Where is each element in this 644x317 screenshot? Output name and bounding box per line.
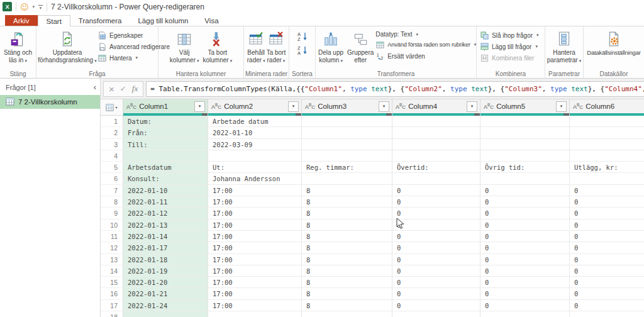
grid-cell[interactable]: [123, 311, 208, 317]
column-header-column6[interactable]: ABCColumn6▾: [570, 99, 644, 116]
grid-cell[interactable]: [570, 311, 644, 317]
row-number[interactable]: 10: [101, 220, 123, 231]
filter-dropdown-icon[interactable]: ▾: [288, 101, 299, 112]
grid-cell[interactable]: 8: [302, 231, 392, 242]
split-column-button[interactable]: Dela upp kolumn▾: [316, 28, 345, 68]
row-number[interactable]: 18: [101, 311, 123, 317]
row-number[interactable]: 17: [101, 300, 123, 311]
grid-cell[interactable]: [208, 311, 302, 317]
query-list-item[interactable]: 7 2-Villkorskolumn: [0, 95, 100, 109]
row-number[interactable]: 3: [101, 139, 123, 150]
grid-cell[interactable]: [392, 311, 480, 317]
grid-cell[interactable]: 0: [480, 288, 570, 299]
row-number[interactable]: 15: [101, 277, 123, 288]
grid-cell[interactable]: 0: [570, 254, 644, 265]
grid-cell[interactable]: 2022-01-14: [123, 231, 208, 242]
filter-dropdown-icon[interactable]: ▾: [467, 101, 477, 112]
manage-button[interactable]: Hantera▾: [97, 53, 157, 62]
grid-cell[interactable]: Arbetsdatum: [123, 162, 208, 173]
grid-cell[interactable]: 0: [480, 300, 570, 311]
grid-cell[interactable]: 0: [480, 196, 570, 208]
grid-cell[interactable]: Övrig tid:: [480, 162, 570, 173]
properties-button[interactable]: Egenskaper: [97, 31, 157, 40]
grid-cell[interactable]: 2022-01-18: [123, 254, 208, 265]
grid-cell[interactable]: 2022-01-17: [123, 242, 208, 253]
grid-cell[interactable]: [302, 127, 392, 138]
grid-cell[interactable]: 17:00: [208, 208, 302, 219]
grid-cell[interactable]: 0: [570, 208, 644, 219]
data-type-button[interactable]: Datatyp: Text▾: [375, 31, 475, 38]
remove-columns-button[interactable]: Ta bort kolumner▾: [201, 28, 235, 68]
row-number[interactable]: 14: [101, 265, 123, 277]
grid-cell[interactable]: 0: [570, 231, 644, 242]
filter-dropdown-icon[interactable]: ▾: [556, 101, 567, 112]
grid-cell[interactable]: 17:00: [208, 288, 302, 299]
grid-cell[interactable]: 2022-01-20: [123, 277, 208, 288]
grid-cell[interactable]: 0: [570, 300, 644, 311]
grid-cell[interactable]: 8: [302, 277, 392, 288]
append-queries-button[interactable]: Lägg till frågor▾: [480, 42, 539, 51]
grid-cell[interactable]: 17:00: [208, 231, 302, 242]
grid-cell[interactable]: 8: [302, 300, 392, 311]
grid-cell[interactable]: 0: [392, 220, 480, 231]
grid-cell[interactable]: 0: [392, 196, 480, 208]
grid-cell[interactable]: [570, 116, 644, 127]
grid-cell[interactable]: 0: [570, 185, 644, 196]
grid-cell[interactable]: 0: [480, 231, 570, 242]
grid-cell[interactable]: 8: [302, 242, 392, 253]
column-header-column4[interactable]: ABCColumn4▾: [392, 99, 480, 116]
grid-cell[interactable]: Övertid:: [392, 162, 480, 173]
grid-cell[interactable]: 0: [392, 265, 480, 277]
grid-cell[interactable]: [208, 150, 302, 162]
grid-cell[interactable]: 8: [302, 254, 392, 265]
column-header-column1[interactable]: ABCColumn1▾: [123, 99, 208, 116]
grid-cell[interactable]: [480, 311, 570, 317]
grid-cell[interactable]: [302, 150, 392, 162]
choose-columns-button[interactable]: Välj kolumner▾: [168, 28, 201, 68]
grid-cell[interactable]: 17:00: [208, 300, 302, 311]
grid-cell[interactable]: [392, 116, 480, 127]
tab-arkiv[interactable]: Arkiv: [5, 15, 38, 26]
row-number[interactable]: 9: [101, 208, 123, 219]
customize-toolbar-icon[interactable]: ▾: [38, 5, 43, 9]
grid-cell[interactable]: [480, 150, 570, 162]
grid-cell[interactable]: Johanna Andersson: [208, 173, 302, 184]
filter-dropdown-icon[interactable]: ▾: [194, 101, 205, 112]
row-number[interactable]: 8: [101, 196, 123, 208]
group-by-button[interactable]: Gruppera efter: [345, 28, 375, 68]
grid-cell[interactable]: Till:: [123, 139, 208, 150]
formula-input[interactable]: = Table.TransformColumnTypes(Källa,{{"Co…: [146, 81, 644, 97]
smiley-icon[interactable]: ☺: [20, 3, 29, 11]
grid-cell[interactable]: 0: [480, 208, 570, 219]
grid-cell[interactable]: 0: [570, 265, 644, 277]
grid-cell[interactable]: 2022-01-21: [123, 288, 208, 299]
tab-start[interactable]: Start: [38, 15, 70, 26]
grid-cell[interactable]: 17:00: [208, 242, 302, 253]
select-all-corner[interactable]: ▾: [101, 99, 123, 116]
keep-rows-button[interactable]: Behåll rader▾: [247, 28, 266, 68]
row-number[interactable]: 5: [101, 162, 123, 173]
grid-cell[interactable]: 0: [392, 300, 480, 311]
column-header-column5[interactable]: ABCColumn5▾: [480, 99, 570, 116]
grid-cell[interactable]: 0: [480, 265, 570, 277]
grid-cell[interactable]: 0: [392, 231, 480, 242]
column-header-column2[interactable]: ABCColumn2▾: [208, 99, 302, 116]
grid-cell[interactable]: Konsult:: [123, 173, 208, 184]
row-number[interactable]: 13: [101, 254, 123, 265]
row-number[interactable]: 12: [101, 242, 123, 253]
replace-values-button[interactable]: 12 Ersätt värden: [375, 52, 475, 60]
grid-cell[interactable]: [570, 139, 644, 150]
grid-cell[interactable]: 17:00: [208, 254, 302, 265]
grid-cell[interactable]: Utlägg, kr:: [570, 162, 644, 173]
grid-cell[interactable]: 0: [392, 208, 480, 219]
grid-cell[interactable]: [480, 116, 570, 127]
grid-cell[interactable]: [480, 127, 570, 138]
grid-cell[interactable]: 17:00: [208, 265, 302, 277]
grid-cell[interactable]: Reg. timmar:: [302, 162, 392, 173]
grid-cell[interactable]: 8: [302, 208, 392, 219]
fx-icon[interactable]: fx: [132, 84, 138, 94]
grid-cell[interactable]: 0: [480, 220, 570, 231]
cancel-icon[interactable]: ×: [109, 84, 114, 94]
grid-cell[interactable]: 0: [392, 254, 480, 265]
grid-cell[interactable]: [302, 139, 392, 150]
